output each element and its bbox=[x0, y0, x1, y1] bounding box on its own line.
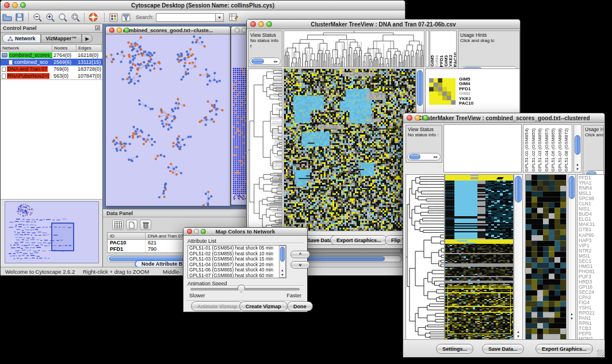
float-panel-icon[interactable] bbox=[95, 25, 100, 32]
zoom-fit-button[interactable] bbox=[56, 12, 69, 23]
save-data-button[interactable]: Save Data... bbox=[482, 344, 524, 354]
vscrollbar-thumb[interactable] bbox=[515, 176, 522, 202]
array-column-label[interactable]: GPL51-01 (GSM854) bbox=[523, 128, 530, 172]
network-view-canvas[interactable] bbox=[106, 35, 230, 206]
minimize-button[interactable] bbox=[12, 2, 18, 8]
attribute-item[interactable]: GPL51-07 (GSM868) heat shock 60 min bbox=[188, 273, 279, 278]
export-graphics-button[interactable]: Export Graphics... bbox=[536, 344, 593, 354]
zoom-selected-button[interactable] bbox=[69, 12, 82, 23]
main-title-bar[interactable]: Cytoscape Desktop (Session Name: collins… bbox=[1, 1, 405, 10]
filter-button[interactable] bbox=[120, 12, 132, 23]
help-lifebuoy-button[interactable] bbox=[87, 12, 100, 23]
scrollbar-thumb[interactable] bbox=[251, 59, 264, 64]
tv1-title-bar[interactable]: ClusterMaker TreeView : DNA and Tran 07-… bbox=[247, 20, 520, 29]
col-network[interactable]: Network bbox=[1, 45, 52, 51]
minimize-button[interactable] bbox=[415, 115, 420, 121]
move-down-button[interactable]: v bbox=[290, 261, 310, 269]
delete-attribute-trash-icon[interactable] bbox=[140, 220, 151, 230]
tv2-labels-vscrollbar[interactable]: ▲▼ bbox=[573, 124, 582, 173]
network-edge-count: 13112(15) bbox=[76, 59, 102, 65]
tv2-heatmap[interactable] bbox=[445, 174, 514, 340]
overview-viewport-rect[interactable] bbox=[51, 223, 74, 251]
tv1-heatmap[interactable] bbox=[284, 68, 416, 232]
vscrollbar-thumb[interactable] bbox=[569, 176, 575, 199]
tab-overflow-arrow[interactable]: ▶ bbox=[82, 34, 92, 43]
select-attributes-icon[interactable] bbox=[112, 220, 124, 230]
close-button[interactable] bbox=[235, 28, 240, 33]
slider-thumb[interactable] bbox=[238, 285, 245, 293]
vscrollbar-thumb[interactable] bbox=[417, 70, 423, 106]
dialog-title-bar[interactable]: Map Colors to Network bbox=[183, 228, 307, 236]
animate-vizmap-button[interactable]: Animate Vizmap bbox=[191, 301, 243, 311]
close-button[interactable] bbox=[4, 2, 10, 8]
zoom-in-button[interactable] bbox=[44, 12, 56, 23]
scrollbar-thumb[interactable] bbox=[409, 154, 420, 159]
create-vizmap-button[interactable]: Create Vizmap bbox=[239, 301, 288, 311]
array-column-label[interactable]: GPL51-07 (GSM868) bbox=[557, 128, 564, 172]
array-column-label[interactable]: PAC10 bbox=[453, 52, 457, 67]
similarity-matrix[interactable] bbox=[429, 78, 456, 105]
minimize-button[interactable] bbox=[117, 28, 122, 33]
annotation-palette-button[interactable] bbox=[107, 12, 120, 23]
tv2-row-dendrogram[interactable] bbox=[406, 174, 445, 340]
tv2-heatmap-vscrollbar[interactable]: ▲▼ bbox=[514, 174, 523, 340]
close-button[interactable] bbox=[407, 115, 412, 121]
close-button[interactable] bbox=[109, 28, 114, 33]
settings-button[interactable]: Settings... bbox=[436, 344, 473, 354]
animation-speed-slider[interactable] bbox=[190, 288, 300, 290]
zoom-button[interactable] bbox=[266, 21, 272, 27]
close-button[interactable] bbox=[250, 21, 256, 27]
vscrollbar-thumb[interactable] bbox=[280, 247, 285, 262]
attribute-browser-button[interactable] bbox=[227, 12, 240, 23]
create-attribute-icon[interactable] bbox=[126, 220, 137, 230]
heatmap-selection-rect[interactable] bbox=[447, 286, 511, 334]
tab-vizmapper[interactable]: VizMapper™ bbox=[41, 34, 82, 43]
attribute-list[interactable]: GPL51-01 (GSM854) heat shock 05 minGPL51… bbox=[188, 245, 286, 278]
close-button[interactable] bbox=[187, 229, 192, 234]
export-graphics-button[interactable]: Export Graphics... bbox=[330, 235, 388, 245]
tv1-row-dendrogram[interactable] bbox=[248, 68, 282, 232]
col-edges[interactable]: Edges bbox=[76, 45, 102, 51]
zoom-button[interactable] bbox=[20, 2, 26, 8]
tv1-column-dendrogram[interactable] bbox=[284, 30, 424, 67]
col-id[interactable]: ID bbox=[108, 233, 146, 239]
network-table-row[interactable]: RNAPuberNov2+| 563(0) 107847(0) bbox=[1, 72, 102, 79]
resize-grip[interactable] bbox=[597, 350, 604, 357]
attribute-list-vscrollbar[interactable]: ▲▼ bbox=[279, 246, 286, 278]
done-button[interactable]: Done bbox=[287, 301, 313, 311]
network-table-row[interactable]: combined_scores_ 2764(0) 16218(0) bbox=[1, 52, 102, 59]
array-column-label[interactable]: GPL51-06 (GSM865) bbox=[550, 128, 557, 172]
network-table-row[interactable]: DNA and Tran 07 769(0) 183728(0) bbox=[1, 66, 102, 72]
tab-network[interactable]: Network bbox=[2, 34, 41, 43]
array-column-label[interactable]: GPL51-03 (GSM856) bbox=[537, 128, 544, 172]
attribute-item[interactable]: GPL51-04 (GSM857) heat shock 20 min bbox=[188, 262, 279, 268]
move-up-button[interactable]: ^ bbox=[290, 251, 310, 258]
array-column-label[interactable]: GPL51-08 (GSM872) bbox=[563, 128, 570, 172]
network-table-row[interactable]: combined_sco 2569(6) 13112(15) bbox=[1, 59, 102, 66]
network-overview-panel[interactable] bbox=[5, 201, 99, 263]
open-session-button[interactable] bbox=[1, 12, 13, 23]
tv1-status-scrollbar[interactable]: ◂▸ bbox=[250, 58, 281, 65]
attribute-item[interactable]: GPL51-03 (GSM856) heat shock 15 min bbox=[188, 256, 279, 262]
save-session-button[interactable] bbox=[13, 12, 26, 23]
search-dropdown-arrow[interactable]: ▼ bbox=[216, 13, 224, 22]
array-column-label[interactable]: GPL51-04 (GSM857) bbox=[544, 128, 550, 172]
tv2-title-bar[interactable]: ClusterMaker TreeView : combined_scores_… bbox=[403, 113, 605, 123]
attribute-item[interactable]: GPL51-02 (GSM855) heat shock 10 min bbox=[188, 251, 279, 257]
minimize-button[interactable] bbox=[258, 21, 264, 27]
minimize-button[interactable] bbox=[194, 229, 199, 234]
network-view-title-bar[interactable]: combined_scores_good.txt--cluste... bbox=[106, 26, 230, 35]
tv2-status-scrollbar[interactable]: ◂▸ bbox=[407, 153, 441, 160]
attribute-item[interactable]: GPL51-01 (GSM854) heat shock 05 min bbox=[188, 246, 279, 251]
attribute-item[interactable]: GPL51-06 (GSM865) heat shock 40 min bbox=[188, 267, 279, 273]
array-column-label[interactable]: GPL51-02 (GSM855) bbox=[530, 128, 537, 172]
tv2-genelist-vscrollbar[interactable]: ▲▼ bbox=[568, 174, 576, 340]
col-nodes[interactable]: Nodes bbox=[52, 45, 76, 51]
search-input[interactable] bbox=[156, 13, 216, 22]
zoom-button[interactable] bbox=[201, 229, 206, 234]
zoom-out-button[interactable] bbox=[31, 12, 44, 23]
zoom-button[interactable] bbox=[423, 115, 429, 121]
vscrollbar-thumb[interactable] bbox=[575, 135, 580, 155]
zoom-button[interactable] bbox=[124, 28, 129, 33]
tv2-zoom-heatmap[interactable] bbox=[525, 174, 567, 340]
